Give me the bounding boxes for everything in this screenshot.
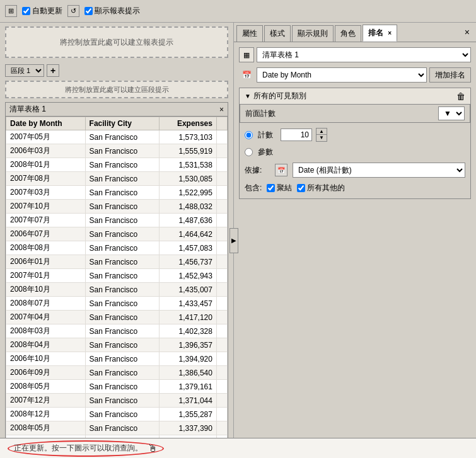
grid-btn[interactable]: ⊞ [5, 5, 17, 17]
table-cell [216, 283, 227, 297]
table-title: 清單表格 1 [9, 104, 46, 115]
include-others-input[interactable] [297, 184, 305, 192]
section-select[interactable]: 區段 1 [5, 64, 44, 77]
radio-param-input[interactable] [245, 148, 253, 156]
col-extra [216, 117, 227, 130]
table-cell: 1,402,328 [160, 324, 217, 338]
table-row: 2007年01月San Francisco1,452,943 [6, 269, 228, 283]
tab-display-rules[interactable]: 顯示規則 [292, 25, 334, 42]
table-cell: San Francisco [85, 241, 160, 255]
table-cell: 2008年08月 [6, 241, 86, 255]
table-row: 2006年10月San Francisco1,394,920 [6, 352, 228, 366]
left-panel: 將控制放置此處可以建立報表提示 區段 1 + 將控制放置此處可以建立區段提示 清… [0, 23, 233, 458]
table-cell: 2007年05月 [6, 130, 86, 144]
table-cell: 2008年10月 [6, 283, 86, 297]
auto-update-label: 自動更新 [32, 6, 62, 16]
spinner-up-btn[interactable]: ▲ [316, 129, 327, 135]
table-cell: San Francisco [85, 255, 160, 269]
table-row: 2006年07月San Francisco1,464,642 [6, 227, 228, 241]
table-cell [216, 200, 227, 214]
table-row: 2006年03月San Francisco1,555,919 [6, 144, 228, 158]
visible-section-header[interactable]: ▼ 所有的可見類別 🗑 [240, 88, 470, 104]
table-cell: 2008年04月 [6, 338, 86, 352]
table-cell [216, 408, 227, 421]
collapse-handle[interactable]: ▶ [229, 228, 238, 253]
table-close-btn[interactable]: × [219, 105, 224, 114]
include-others-checkbox[interactable]: 所有其他的 [297, 183, 345, 193]
tab-sort-close[interactable]: × [388, 30, 392, 37]
sort-field-row: 📅 Date by Month 增加排名 [239, 67, 471, 83]
tab-styles-label: 樣式 [270, 29, 285, 38]
table-cell: 1,487,636 [160, 214, 217, 227]
tab-roles[interactable]: 角色 [335, 25, 361, 42]
trash-icon[interactable]: 🗑 [456, 91, 465, 101]
count-value-input[interactable] [281, 129, 312, 141]
right-panel-close-btn[interactable]: × [461, 26, 473, 38]
table-cell: 2008年12月 [6, 408, 86, 421]
table-cell [216, 324, 227, 338]
tab-properties[interactable]: 屬性 [236, 25, 263, 42]
table-cell: 1,355,287 [160, 408, 217, 421]
status-oval: 正在更新。按一下圖示可以取消查詢。 🖱 [8, 440, 164, 457]
table-row: 2006年01月San Francisco1,456,737 [6, 255, 228, 269]
table-scroll-wrapper[interactable]: Date by Month Facility City Expenses 200… [6, 117, 228, 454]
table-row: 2008年05月San Francisco1,379,161 [6, 380, 228, 394]
table-cell: 1,530,085 [160, 172, 217, 186]
table-cell: 2008年05月 [6, 421, 86, 435]
table-cell [216, 421, 227, 435]
col-date: Date by Month [6, 117, 86, 130]
include-aggregate-label: 聚結 [277, 183, 292, 193]
collapse-icon: ▶ [231, 237, 236, 244]
front-count-select[interactable]: ▼ [438, 106, 465, 120]
radio-count-input[interactable] [245, 131, 253, 139]
show-report-checkbox[interactable]: 顯示報表提示 [84, 6, 140, 16]
right-tabs: 屬性 樣式 顯示規則 角色 排名 × × [234, 23, 476, 42]
table-cell: San Francisco [85, 311, 160, 324]
basis-row: 依據: 📅 Date (相異計數) [245, 163, 465, 178]
include-aggregate-input[interactable] [267, 184, 275, 192]
spinner-down-btn[interactable]: ▼ [316, 135, 327, 141]
tab-roles-label: 角色 [340, 29, 356, 38]
include-aggregate-checkbox[interactable]: 聚結 [267, 183, 292, 193]
table-cell: 1,522,995 [160, 186, 217, 200]
table-row: 2008年05月San Francisco1,337,390 [6, 421, 228, 435]
table-cell: 1,394,920 [160, 352, 217, 366]
table-cell: 1,573,103 [160, 130, 217, 144]
table-row: 2008年12月San Francisco1,355,287 [6, 408, 228, 421]
table-row: 2006年09月San Francisco1,386,540 [6, 366, 228, 380]
status-cancel-icon[interactable]: 🖱 [148, 443, 158, 454]
tab-sort[interactable]: 排名 × [363, 25, 397, 42]
table-cell: 2006年07月 [6, 227, 86, 241]
sort-field-select[interactable]: Date by Month [257, 67, 427, 83]
table-row: 2008年07月San Francisco1,433,457 [6, 297, 228, 311]
table-cell [216, 186, 227, 200]
table-cell: 2006年03月 [6, 144, 86, 158]
table-cell: 1,555,919 [160, 144, 217, 158]
right-panel: 屬性 樣式 顯示規則 角色 排名 × × ▦ [233, 23, 476, 458]
radio-count-row: 計數 ▲ ▼ [245, 128, 465, 142]
section-add-btn[interactable]: + [47, 64, 59, 77]
refresh-btn[interactable]: ↺ [67, 5, 79, 17]
table-select[interactable]: 清單表格 1 [257, 47, 471, 62]
auto-update-input[interactable] [22, 7, 30, 15]
basis-select[interactable]: Date (相異計數) [293, 163, 465, 178]
show-report-input[interactable] [84, 7, 93, 15]
table-row: 2008年03月San Francisco1,402,328 [6, 324, 228, 338]
add-sort-btn[interactable]: 增加排名 [429, 67, 471, 83]
data-table: Date by Month Facility City Expenses 200… [6, 117, 228, 449]
table-container: 清單表格 1 × Date by Month Facility City Exp… [5, 102, 228, 455]
table-cell: San Francisco [85, 352, 160, 366]
table-cell [216, 352, 227, 366]
table-cell: 1,457,083 [160, 241, 217, 255]
table-cell: San Francisco [85, 324, 160, 338]
auto-update-checkbox[interactable]: 自動更新 [22, 6, 62, 16]
section-drop-zone: 將控制放置此處可以建立區段提示 [5, 81, 228, 98]
report-drop-text: 將控制放置此處可以建立報表提示 [60, 37, 173, 48]
main-container: 將控制放置此處可以建立報表提示 區段 1 + 將控制放置此處可以建立區段提示 清… [0, 23, 476, 458]
table-cell: San Francisco [85, 158, 160, 172]
table-cell: San Francisco [85, 144, 160, 158]
table-cell [216, 130, 227, 144]
tab-styles[interactable]: 樣式 [264, 25, 291, 42]
table-cell: 1,417,120 [160, 311, 217, 324]
include-label: 包含: [245, 183, 262, 193]
